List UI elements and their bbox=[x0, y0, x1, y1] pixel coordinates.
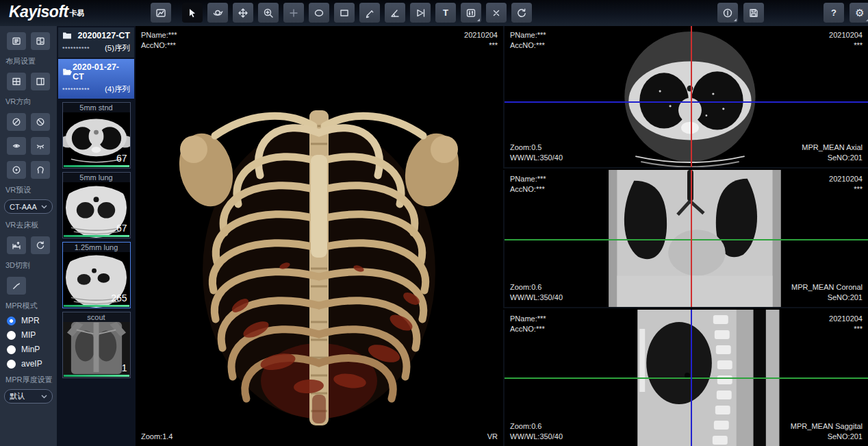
grid-2x2-button[interactable] bbox=[7, 73, 26, 90]
settings-button[interactable]: ⚙ bbox=[850, 3, 868, 23]
coronal-viewport[interactable]: PName:*** AccNO:*** 20210204 *** Zoom:0.… bbox=[503, 170, 868, 308]
thumbnail-image-number: 67 bbox=[116, 223, 127, 234]
zoom-factor: Zoom:0.6 bbox=[510, 421, 563, 432]
axial-crosshair-vertical[interactable] bbox=[691, 26, 692, 167]
layout-right-column-icon bbox=[36, 77, 45, 86]
axial-overlay-topright: 20210204 *** bbox=[829, 30, 863, 51]
info-button[interactable] bbox=[717, 3, 738, 23]
coronal-overlay-topleft: PName:*** AccNO:*** bbox=[510, 174, 546, 195]
text-annotation-button[interactable]: T bbox=[435, 3, 456, 23]
axial-viewport[interactable]: PName:*** AccNO:*** 20210204 *** Zoom:0.… bbox=[503, 26, 868, 169]
angle-button[interactable] bbox=[385, 3, 405, 23]
vr-dir-head-button[interactable] bbox=[7, 161, 26, 179]
radio-icon bbox=[7, 331, 16, 340]
mpr-mode-option-mip[interactable]: MIP bbox=[7, 330, 57, 340]
mpr-mode-option-aveip[interactable]: aveIP bbox=[7, 359, 57, 369]
help-button[interactable]: ? bbox=[824, 3, 844, 23]
radio-icon bbox=[7, 360, 16, 369]
series-thumbnail-5mm-stnd[interactable]: 5mm stnd 67 bbox=[62, 102, 131, 169]
axial-overlay-topleft: PName:*** AccNO:*** bbox=[510, 30, 546, 51]
logo-suffix: 卡易 bbox=[70, 9, 84, 17]
study-meta: ********** (4)序列 bbox=[62, 84, 130, 95]
left-sidebar: 布局设置 VR方向 bbox=[0, 26, 57, 446]
study-item-1[interactable]: 20200127-CT ********** (5)序列 bbox=[58, 27, 134, 58]
coronal-crosshair-horizontal[interactable] bbox=[505, 239, 868, 240]
mpr-mode-option-label: aveIP bbox=[21, 359, 42, 369]
sagittal-viewport[interactable]: PName:*** AccNO:*** 20210204 *** Zoom:0.… bbox=[503, 310, 868, 446]
vr-dir-posterior-icon bbox=[36, 141, 45, 151]
cut-3d-row bbox=[0, 277, 57, 295]
text-annotation-icon: T bbox=[443, 8, 448, 18]
report-layout-button[interactable] bbox=[7, 32, 26, 50]
window-level-button[interactable] bbox=[461, 3, 481, 23]
vr-direction-row-1 bbox=[0, 113, 57, 131]
pan-button[interactable] bbox=[233, 3, 253, 23]
vr-preset-select[interactable]: CT-AAA bbox=[4, 199, 53, 214]
cursor-button[interactable] bbox=[182, 3, 203, 23]
vr-direction-row-3 bbox=[0, 161, 57, 179]
folder-icon bbox=[62, 32, 72, 40]
study-date: 20210204 bbox=[829, 314, 863, 324]
scout-thumbnail-image bbox=[63, 312, 130, 377]
vr-preset-value: CT-AAA bbox=[10, 203, 37, 211]
mpr-mode-option-mpr[interactable]: MPR bbox=[7, 316, 57, 325]
vr-dir-left-button[interactable] bbox=[7, 113, 26, 131]
axial-crosshair-horizontal[interactable] bbox=[505, 101, 868, 103]
vr-dir-posterior-button[interactable] bbox=[31, 137, 50, 155]
layout-right-column-button[interactable] bbox=[31, 73, 50, 90]
pan-icon bbox=[238, 8, 248, 18]
coronal-overlay-bottomright: MPR_MEAN Coronal SeNO:201 bbox=[791, 282, 863, 303]
study-title: 20200127-CT bbox=[78, 31, 130, 40]
series-thumbnail-125mm-lung[interactable]: 1.25mm lung 265 bbox=[62, 242, 131, 308]
vr-ribcage-render bbox=[175, 93, 463, 439]
thumbnail-label: scout bbox=[63, 312, 130, 322]
study-date: 20210204 bbox=[829, 174, 863, 184]
vr-dir-right-button[interactable] bbox=[31, 113, 50, 131]
delete-annotation-button[interactable] bbox=[486, 3, 507, 23]
cobb-angle-button[interactable] bbox=[410, 3, 431, 23]
ellipse-roi-button[interactable] bbox=[309, 3, 329, 23]
sagittal-crosshair-horizontal[interactable] bbox=[505, 377, 868, 379]
measure-line-button[interactable] bbox=[359, 3, 380, 23]
series-thumbnail-5mm-lung[interactable]: 5mm lung 67 bbox=[62, 172, 131, 238]
layout-buttons-row bbox=[0, 73, 57, 90]
zoom-button[interactable] bbox=[258, 3, 279, 23]
measure-line-icon bbox=[364, 8, 375, 18]
mpr-image-button[interactable] bbox=[151, 3, 171, 23]
vr-dir-anterior-icon bbox=[12, 141, 21, 151]
thumbnail-label: 5mm stnd bbox=[63, 103, 130, 112]
sagittal-crosshair-vertical[interactable] bbox=[691, 310, 692, 446]
mpr-mode-option-label: MPR bbox=[21, 316, 40, 325]
report-tools-row bbox=[0, 32, 57, 50]
mpr-mode-option-minp[interactable]: MinP bbox=[7, 345, 57, 354]
study-item-2-active[interactable]: 2020-01-27-CT ********** (4)序列 bbox=[58, 59, 134, 99]
cut-3d-label: 3D切割 bbox=[0, 254, 57, 271]
rectangle-roi-button[interactable] bbox=[334, 3, 355, 23]
compare-layout-button[interactable] bbox=[31, 32, 50, 50]
mpr-plane-label: MPR_MEAN Coronal bbox=[791, 282, 863, 293]
viewer-app: Kayisoft卡易 bbox=[0, 0, 868, 446]
thumbnail-image-number: 1 bbox=[122, 362, 127, 373]
vr-dir-feet-button[interactable] bbox=[31, 161, 50, 179]
vr-dir-anterior-button[interactable] bbox=[7, 137, 26, 155]
vr-direction-label: VR方向 bbox=[0, 90, 57, 107]
save-button[interactable] bbox=[743, 3, 764, 23]
vr-overlay-topleft: PName:*** AccNO:*** bbox=[141, 30, 177, 51]
main-tool-group: T bbox=[151, 3, 532, 23]
zoom-factor: Zoom:0.5 bbox=[510, 143, 563, 153]
restore-bed-button[interactable] bbox=[31, 236, 50, 254]
crosshair-button[interactable] bbox=[283, 3, 304, 23]
mpr-plane-label: MPR_MEAN Axial bbox=[802, 143, 863, 153]
remove-bed-button[interactable] bbox=[7, 236, 26, 254]
scalpel-icon bbox=[12, 281, 21, 290]
reset-view-button[interactable] bbox=[511, 3, 532, 23]
vr-viewport[interactable]: PName:*** AccNO:*** 20210204 *** Zoom:1.… bbox=[136, 26, 503, 446]
chevron-down-icon bbox=[41, 395, 47, 399]
crosshair-icon bbox=[288, 8, 299, 18]
scalpel-button[interactable] bbox=[7, 277, 26, 295]
rotate-3d-button[interactable] bbox=[207, 3, 228, 23]
window-level-value: WW/WL:350/40 bbox=[510, 293, 563, 303]
coronal-crosshair-vertical[interactable] bbox=[691, 170, 692, 307]
mpr-thickness-select[interactable]: 默认 bbox=[4, 389, 53, 404]
series-thumbnail-scout[interactable]: scout 1 bbox=[62, 312, 131, 378]
